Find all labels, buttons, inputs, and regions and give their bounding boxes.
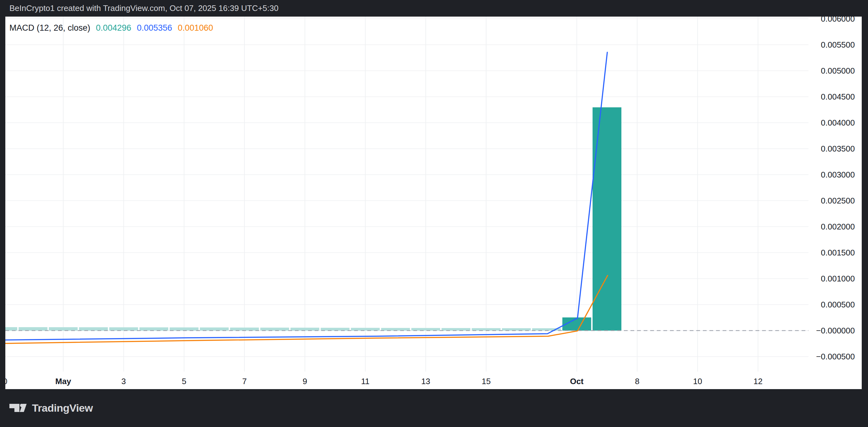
y-axis-label[interactable]: 0.002500: [821, 196, 855, 205]
tradingview-brand-text: TradingView: [32, 402, 93, 414]
tradingview-brand: TradingView: [9, 402, 93, 414]
x-axis-label[interactable]: 30: [5, 376, 7, 386]
y-axis-label[interactable]: 0.003500: [821, 144, 855, 154]
histogram-bar: [5, 327, 17, 331]
x-axis-label[interactable]: May: [56, 376, 71, 386]
y-axis-label[interactable]: 0.004000: [821, 118, 855, 127]
x-axis-label[interactable]: 11: [361, 376, 369, 386]
histogram-bar: [351, 328, 380, 331]
tradingview-logo-icon: [9, 404, 28, 412]
y-axis-label[interactable]: 0.001500: [821, 248, 855, 257]
histogram-bar: [140, 327, 168, 331]
footer-bar: TradingView: [0, 389, 868, 427]
histogram-value: 0.004296: [96, 23, 131, 33]
header-bar: BeInCrypto1 created with TradingView.com…: [0, 0, 868, 17]
y-axis-label[interactable]: −0.000500: [816, 352, 855, 361]
histogram-bar: [320, 328, 349, 331]
x-axis-label[interactable]: 15: [482, 376, 491, 386]
y-axis-label[interactable]: 0.000500: [821, 300, 855, 309]
x-axis-label[interactable]: 8: [635, 376, 639, 386]
y-axis-label[interactable]: 0.005500: [821, 40, 855, 50]
x-axis-label[interactable]: 7: [242, 376, 247, 386]
indicator-legend-label: MACD (12, 26, close): [9, 23, 90, 33]
y-axis-label[interactable]: −0.000000: [816, 326, 855, 335]
histogram-bar: [200, 327, 229, 331]
y-axis-label[interactable]: 0.004500: [821, 92, 855, 101]
indicator-legend: MACD (12, 26, close) 0.004296 0.005356 0…: [9, 23, 213, 33]
histogram-bar: [19, 327, 47, 331]
macd-line-value: 0.005356: [137, 23, 172, 33]
x-axis-label[interactable]: 5: [182, 376, 186, 386]
histogram-bar: [110, 327, 138, 331]
histogram-bar: [79, 327, 108, 331]
y-axis-label[interactable]: 0.003000: [821, 170, 855, 179]
y-axis-label[interactable]: 0.005000: [821, 66, 855, 75]
signal-line-value: 0.001060: [178, 23, 213, 33]
x-axis-label[interactable]: 3: [121, 376, 126, 386]
histogram-bar: [49, 327, 78, 331]
x-axis-label[interactable]: 12: [754, 376, 763, 386]
x-axis-label[interactable]: 9: [303, 376, 307, 386]
x-axis-label[interactable]: Oct: [570, 376, 584, 386]
x-axis-label[interactable]: 13: [421, 376, 430, 386]
histogram-bar: [290, 328, 319, 331]
y-axis-label[interactable]: 0.002000: [821, 222, 855, 231]
macd-line: [5, 52, 607, 340]
histogram-bar: [169, 327, 198, 331]
y-axis-label[interactable]: 0.001000: [821, 274, 855, 283]
chart-panel: 0.0060000.0055000.0050000.0045000.004000…: [5, 17, 862, 389]
attribution-title: BeInCrypto1 created with TradingView.com…: [9, 3, 279, 13]
histogram-bar: [381, 328, 410, 331]
histogram-bar: [260, 328, 289, 331]
y-axis-label[interactable]: 0.006000: [821, 17, 855, 24]
macd-chart-plot[interactable]: 0.0060000.0055000.0050000.0045000.004000…: [5, 17, 862, 389]
x-axis-label[interactable]: 10: [693, 376, 702, 386]
signal-line: [5, 275, 608, 343]
histogram-bar: [230, 327, 259, 331]
